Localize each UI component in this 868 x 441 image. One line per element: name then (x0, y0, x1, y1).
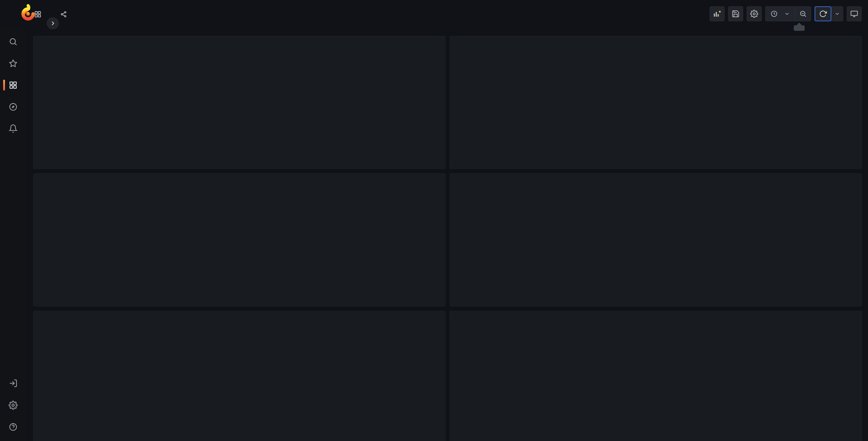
add-panel-button[interactable] (710, 6, 724, 21)
recommendations-count-legend (33, 293, 445, 306)
sidebar-item-search[interactable] (0, 32, 26, 52)
panel-recommendation-memory (450, 36, 862, 169)
panel-title[interactable] (33, 174, 445, 186)
gear-icon (9, 401, 18, 410)
panel-service-latency (33, 311, 445, 441)
panel-title[interactable] (33, 311, 445, 324)
help-icon (9, 422, 18, 432)
refresh-tooltip (794, 25, 805, 31)
refresh-icon (819, 10, 827, 18)
sidebar (0, 0, 26, 441)
compass-icon (9, 102, 18, 111)
panel-title[interactable] (450, 36, 862, 49)
service-latency-chart[interactable] (33, 324, 445, 400)
apps-icon (34, 10, 42, 18)
star-icon (9, 59, 18, 68)
sidebar-item-configuration[interactable] (0, 395, 26, 415)
dashboard-toolbar (710, 6, 862, 21)
sidebar-item-help[interactable] (0, 417, 26, 437)
service-latency-legend (33, 400, 445, 441)
memory-legend (450, 145, 862, 169)
panel-recommendations-count (33, 173, 445, 306)
sidebar-item-alerting[interactable] (0, 119, 26, 139)
top-nav (0, 0, 868, 28)
panel-title[interactable] (450, 174, 862, 186)
endpoint-rate-legend (450, 400, 862, 441)
cpu-chart[interactable] (33, 49, 445, 145)
sidebar-item-explore[interactable] (0, 97, 26, 117)
sign-in-icon (9, 379, 18, 388)
time-picker-group (765, 6, 811, 21)
zoom-out-time-button[interactable] (795, 6, 811, 21)
dashboard-grid (26, 28, 868, 441)
panel-title[interactable] (33, 36, 445, 49)
search-icon (9, 37, 18, 46)
sidebar-item-dashboards[interactable] (0, 75, 26, 95)
chevron-down-icon (784, 11, 790, 17)
error-rate-legend (450, 293, 862, 306)
chevron-down-icon (834, 11, 840, 17)
panel-error-rate (450, 173, 862, 306)
panel-endpoint-rate (450, 311, 862, 441)
refresh-interval-dropdown[interactable] (831, 6, 843, 21)
dashboard-settings-button[interactable] (747, 6, 762, 21)
sidebar-item-sign-in[interactable] (0, 373, 26, 393)
recommendations-count-chart[interactable] (33, 186, 445, 293)
share-icon[interactable] (60, 11, 67, 18)
memory-chart[interactable] (450, 49, 862, 145)
cycle-view-mode-button[interactable] (847, 6, 862, 21)
refresh-dashboard-button[interactable] (815, 6, 831, 21)
sidebar-expand-button[interactable] (47, 18, 59, 29)
clock-icon (771, 10, 778, 18)
save-dashboard-button[interactable] (728, 6, 743, 21)
dashboards-icon (9, 81, 18, 90)
time-range-picker[interactable] (766, 6, 795, 21)
chevron-right-icon (50, 20, 56, 26)
cpu-legend (33, 145, 445, 169)
panel-recommendation-cpu (33, 36, 445, 169)
error-rate-chart[interactable] (450, 186, 862, 293)
bell-icon (9, 124, 18, 133)
panel-title[interactable] (450, 311, 862, 324)
refresh-group (815, 6, 843, 21)
endpoint-rate-chart[interactable] (450, 324, 862, 400)
sidebar-item-starred[interactable] (0, 53, 26, 74)
